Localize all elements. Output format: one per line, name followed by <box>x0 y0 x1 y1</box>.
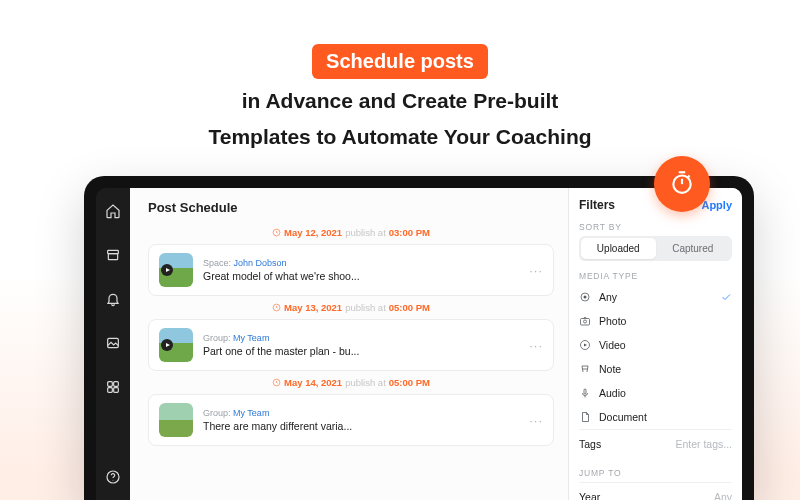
svg-rect-5 <box>114 382 119 387</box>
tablet-frame: Post Schedule May 12, 2021 publish at 03… <box>84 176 754 500</box>
kebab-icon[interactable]: ··· <box>529 263 543 278</box>
schedule-date: May 12, 2021 <box>284 227 342 238</box>
schedule-date-row: May 12, 2021 publish at 03:00 PM <box>148 227 554 238</box>
post-context: Group: My Team <box>203 333 359 343</box>
apply-button[interactable]: Apply <box>701 199 732 211</box>
svg-rect-6 <box>108 388 113 393</box>
media-option-document[interactable]: Document <box>579 405 732 429</box>
filters-panel: Filters Apply SORT BY Uploaded Captured … <box>568 188 742 500</box>
video-icon <box>579 339 591 351</box>
any-icon <box>579 291 591 303</box>
image-icon[interactable] <box>104 334 122 352</box>
publish-word: publish at <box>345 302 386 313</box>
hero-line-1: in Advance and Create Pre-built <box>0 87 800 115</box>
post-context: Space: John Dobson <box>203 258 360 268</box>
help-icon[interactable] <box>104 468 122 486</box>
tags-input[interactable]: Enter tags... <box>675 438 732 450</box>
schedule-date: May 14, 2021 <box>284 377 342 388</box>
post-card[interactable]: Group: My Team Part one of the master pl… <box>148 319 554 371</box>
svg-rect-3 <box>108 338 119 347</box>
filters-title: Filters <box>579 198 615 212</box>
kebab-icon[interactable]: ··· <box>529 413 543 428</box>
schedule-date-row: May 14, 2021 publish at 05:00 PM <box>148 377 554 388</box>
media-option-audio[interactable]: Audio <box>579 381 732 405</box>
svg-rect-2 <box>108 254 117 260</box>
year-value: Any <box>714 491 732 500</box>
media-option-note[interactable]: Note <box>579 357 732 381</box>
media-option-video[interactable]: Video <box>579 333 732 357</box>
note-icon <box>579 363 591 375</box>
post-card[interactable]: Space: John Dobson Great model of what w… <box>148 244 554 296</box>
svg-point-14 <box>584 296 587 299</box>
schedule-time: 03:00 PM <box>389 227 430 238</box>
svg-rect-7 <box>114 388 119 393</box>
post-card[interactable]: Group: My Team There are many different … <box>148 394 554 446</box>
play-icon <box>161 264 173 276</box>
kebab-icon[interactable]: ··· <box>529 338 543 353</box>
jump-year-row[interactable]: Year Any <box>579 482 732 500</box>
sort-captured[interactable]: Captured <box>656 238 731 259</box>
clock-icon <box>272 228 281 237</box>
post-snippet: There are many different varia... <box>203 420 352 432</box>
photo-icon <box>579 315 591 327</box>
schedule-date-row: May 13, 2021 publish at 05:00 PM <box>148 302 554 313</box>
schedule-time: 05:00 PM <box>389 302 430 313</box>
schedule-date: May 13, 2021 <box>284 302 342 313</box>
post-context-link[interactable]: My Team <box>233 408 269 418</box>
tags-label: Tags <box>579 438 601 450</box>
sort-uploaded[interactable]: Uploaded <box>581 238 656 259</box>
home-icon[interactable] <box>104 202 122 220</box>
publish-word: publish at <box>345 377 386 388</box>
screen: Post Schedule May 12, 2021 publish at 03… <box>130 188 742 500</box>
sort-segmented[interactable]: Uploaded Captured <box>579 236 732 261</box>
post-context: Group: My Team <box>203 408 352 418</box>
post-snippet: Part one of the master plan - bu... <box>203 345 359 357</box>
svg-point-16 <box>584 320 587 323</box>
archive-icon[interactable] <box>104 246 122 264</box>
stopwatch-icon <box>669 169 695 199</box>
svg-rect-18 <box>584 389 586 394</box>
svg-point-9 <box>113 480 114 481</box>
schedule-time: 05:00 PM <box>389 377 430 388</box>
hero-line-2: Templates to Automate Your Coaching <box>0 123 800 151</box>
jump-to-label: JUMP TO <box>579 468 732 478</box>
clock-icon <box>272 378 281 387</box>
page-title: Post Schedule <box>148 200 554 215</box>
check-icon <box>720 291 732 303</box>
grid-icon[interactable] <box>104 378 122 396</box>
nav-sidebar <box>96 188 130 500</box>
clock-icon <box>272 303 281 312</box>
post-context-link[interactable]: My Team <box>233 333 269 343</box>
hero-badge: Schedule posts <box>312 44 488 79</box>
audio-icon <box>579 387 591 399</box>
bell-icon[interactable] <box>104 290 122 308</box>
timer-fab[interactable] <box>654 156 710 212</box>
hero: Schedule posts in Advance and Create Pre… <box>0 0 800 152</box>
post-thumbnail <box>159 328 193 362</box>
svg-rect-15 <box>581 319 590 326</box>
publish-word: publish at <box>345 227 386 238</box>
play-icon <box>161 339 173 351</box>
year-label: Year <box>579 491 600 500</box>
media-option-photo[interactable]: Photo <box>579 309 732 333</box>
sort-by-label: SORT BY <box>579 222 732 232</box>
main-panel: Post Schedule May 12, 2021 publish at 03… <box>130 188 568 500</box>
svg-rect-4 <box>108 382 113 387</box>
post-snippet: Great model of what we're shoo... <box>203 270 360 282</box>
media-option-any[interactable]: Any <box>579 285 732 309</box>
post-thumbnail <box>159 403 193 437</box>
post-context-link[interactable]: John Dobson <box>234 258 287 268</box>
document-icon <box>579 411 591 423</box>
post-thumbnail <box>159 253 193 287</box>
media-type-label: MEDIA TYPE <box>579 271 732 281</box>
